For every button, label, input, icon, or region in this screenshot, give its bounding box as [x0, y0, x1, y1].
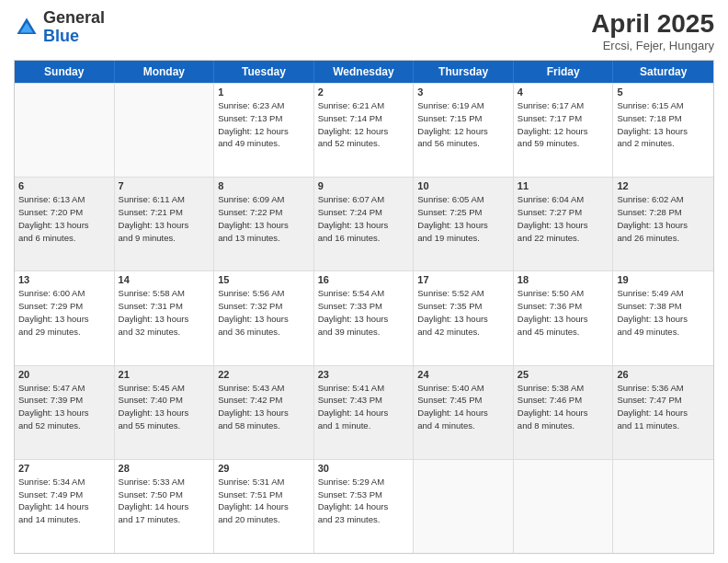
cal-cell-27: 27Sunrise: 5:34 AMSunset: 7:49 PMDayligh… [15, 460, 115, 553]
cell-line-0: Sunrise: 5:34 AM [18, 476, 110, 488]
cell-line-3: and 58 minutes. [218, 419, 310, 432]
cal-cell-5: 5Sunrise: 6:15 AMSunset: 7:18 PMDaylight… [613, 84, 713, 177]
day-number: 5 [617, 86, 710, 98]
cell-line-2: Daylight: 14 hours [617, 407, 710, 419]
day-number: 25 [518, 369, 609, 380]
cell-line-1: Sunset: 7:27 PM [518, 206, 609, 219]
cal-cell-17: 17Sunrise: 5:52 AMSunset: 7:35 PMDayligh… [414, 271, 514, 364]
calendar-row-1: 6Sunrise: 6:13 AMSunset: 7:20 PMDaylight… [15, 177, 713, 270]
cell-line-1: Sunset: 7:14 PM [318, 112, 410, 125]
header-day-saturday: Saturday [613, 61, 713, 83]
cell-line-0: Sunrise: 6:00 AM [18, 287, 110, 300]
day-number: 4 [518, 86, 609, 98]
cell-line-1: Sunset: 7:40 PM [119, 394, 210, 407]
cell-line-2: Daylight: 13 hours [119, 407, 210, 419]
cal-cell-26: 26Sunrise: 5:36 AMSunset: 7:47 PMDayligh… [613, 366, 713, 459]
cell-line-2: Daylight: 13 hours [18, 219, 110, 232]
cell-line-3: and 8 minutes. [518, 419, 609, 432]
cal-cell-24: 24Sunrise: 5:40 AMSunset: 7:45 PMDayligh… [414, 366, 514, 459]
cal-cell-25: 25Sunrise: 5:38 AMSunset: 7:46 PMDayligh… [514, 366, 614, 459]
cell-line-3: and 1 minute. [318, 419, 410, 432]
cell-line-1: Sunset: 7:18 PM [617, 112, 710, 125]
cell-line-2: Daylight: 13 hours [518, 219, 609, 232]
day-number: 20 [18, 369, 110, 380]
cell-line-0: Sunrise: 5:31 AM [218, 476, 310, 488]
cell-line-0: Sunrise: 6:21 AM [318, 99, 410, 112]
cell-line-1: Sunset: 7:43 PM [318, 394, 410, 407]
cell-line-2: Daylight: 13 hours [417, 313, 509, 326]
page: General Blue April 2025 Ercsi, Fejer, Hu… [0, 0, 728, 563]
cell-line-1: Sunset: 7:45 PM [417, 394, 509, 407]
cell-line-2: Daylight: 13 hours [218, 407, 310, 419]
cal-cell-empty-4-6 [613, 460, 713, 553]
cal-cell-8: 8Sunrise: 6:09 AMSunset: 7:22 PMDaylight… [214, 178, 314, 270]
calendar: SundayMondayTuesdayWednesdayThursdayFrid… [14, 60, 714, 554]
day-number: 18 [518, 274, 609, 285]
cal-cell-16: 16Sunrise: 5:54 AMSunset: 7:33 PMDayligh… [314, 271, 415, 364]
title-block: April 2025 Ercsi, Fejer, Hungary [591, 9, 714, 52]
cal-cell-empty-4-5 [514, 460, 614, 553]
cell-line-1: Sunset: 7:50 PM [119, 488, 210, 501]
cell-line-1: Sunset: 7:53 PM [318, 488, 410, 501]
cal-cell-10: 10Sunrise: 6:05 AMSunset: 7:25 PMDayligh… [414, 178, 514, 270]
cell-line-2: Daylight: 13 hours [617, 125, 710, 138]
header-day-friday: Friday [514, 61, 614, 83]
logo-general: General [43, 8, 105, 27]
cell-line-3: and 6 minutes. [18, 232, 110, 245]
cell-line-3: and 4 minutes. [417, 419, 509, 432]
calendar-row-3: 20Sunrise: 5:47 AMSunset: 7:39 PMDayligh… [15, 365, 713, 459]
cell-line-1: Sunset: 7:21 PM [119, 206, 210, 219]
cell-line-2: Daylight: 13 hours [119, 219, 210, 232]
header-day-wednesday: Wednesday [314, 61, 415, 83]
logo-icon [14, 15, 40, 40]
cal-cell-15: 15Sunrise: 5:56 AMSunset: 7:32 PMDayligh… [214, 271, 314, 364]
header-day-monday: Monday [115, 61, 215, 83]
cell-line-2: Daylight: 13 hours [218, 219, 310, 232]
location: Ercsi, Fejer, Hungary [591, 39, 714, 52]
cell-line-2: Daylight: 12 hours [218, 125, 310, 138]
day-number: 17 [417, 274, 509, 285]
header-day-sunday: Sunday [15, 61, 115, 83]
cell-line-1: Sunset: 7:24 PM [318, 206, 410, 219]
cell-line-3: and 49 minutes. [218, 137, 310, 150]
cal-cell-19: 19Sunrise: 5:49 AMSunset: 7:38 PMDayligh… [613, 271, 713, 364]
cell-line-1: Sunset: 7:46 PM [518, 394, 609, 407]
cal-cell-empty-4-4 [414, 460, 514, 553]
cell-line-2: Daylight: 14 hours [318, 500, 410, 513]
cell-line-2: Daylight: 13 hours [218, 313, 310, 326]
day-number: 1 [218, 86, 310, 98]
cell-line-2: Daylight: 14 hours [318, 407, 410, 419]
cell-line-0: Sunrise: 6:04 AM [518, 193, 609, 206]
cell-line-3: and 23 minutes. [318, 513, 410, 526]
day-number: 12 [617, 180, 710, 191]
day-number: 14 [119, 274, 210, 285]
day-number: 30 [318, 463, 410, 474]
cell-line-1: Sunset: 7:32 PM [218, 300, 310, 313]
day-number: 27 [18, 463, 110, 474]
day-number: 11 [518, 180, 609, 191]
cal-cell-2: 2Sunrise: 6:21 AMSunset: 7:14 PMDaylight… [314, 84, 415, 177]
cell-line-1: Sunset: 7:31 PM [119, 300, 210, 313]
cell-line-2: Daylight: 12 hours [417, 125, 509, 138]
cal-cell-empty-0-1 [115, 84, 215, 177]
header-day-tuesday: Tuesday [214, 61, 314, 83]
cell-line-0: Sunrise: 6:15 AM [617, 99, 710, 112]
cell-line-1: Sunset: 7:33 PM [318, 300, 410, 313]
cell-line-3: and 2 minutes. [617, 137, 710, 150]
cell-line-3: and 11 minutes. [617, 419, 710, 432]
cell-line-3: and 14 minutes. [18, 513, 110, 526]
cal-cell-23: 23Sunrise: 5:41 AMSunset: 7:43 PMDayligh… [314, 366, 415, 459]
calendar-row-4: 27Sunrise: 5:34 AMSunset: 7:49 PMDayligh… [15, 459, 713, 553]
cal-cell-21: 21Sunrise: 5:45 AMSunset: 7:40 PMDayligh… [115, 366, 215, 459]
cal-cell-7: 7Sunrise: 6:11 AMSunset: 7:21 PMDaylight… [115, 178, 215, 270]
day-number: 24 [417, 369, 509, 380]
cell-line-3: and 26 minutes. [617, 232, 710, 245]
cell-line-1: Sunset: 7:36 PM [518, 300, 609, 313]
cell-line-3: and 49 minutes. [617, 326, 710, 339]
cell-line-2: Daylight: 14 hours [218, 500, 310, 513]
day-number: 2 [318, 86, 410, 98]
cell-line-2: Daylight: 13 hours [617, 313, 710, 326]
logo-blue: Blue [43, 27, 79, 45]
cell-line-2: Daylight: 14 hours [119, 500, 210, 513]
cell-line-2: Daylight: 13 hours [318, 219, 410, 232]
